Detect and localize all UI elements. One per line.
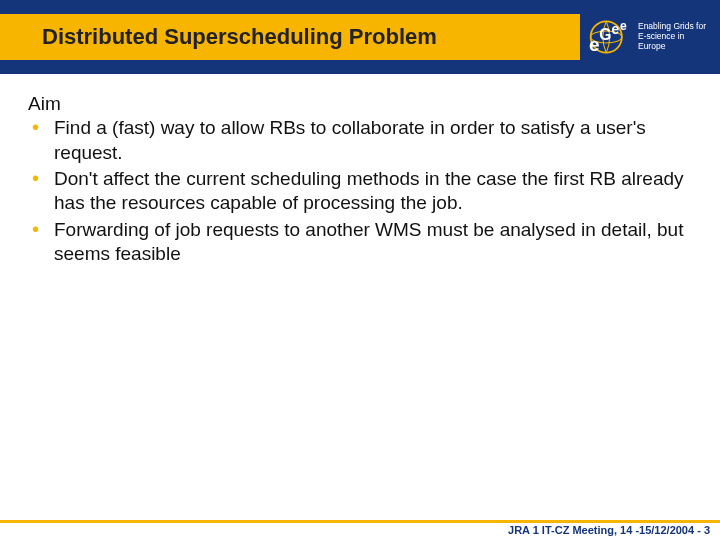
title-band: Distributed Superscheduling Problem [0, 14, 580, 60]
bullet-text: Don't affect the current scheduling meth… [54, 168, 684, 213]
svg-text:e: e [620, 19, 627, 33]
svg-text:e: e [589, 34, 600, 55]
logo-tagline: Enabling Grids for E-science in Europe [638, 22, 714, 51]
aim-heading: Aim [28, 92, 692, 116]
list-item: Don't affect the current scheduling meth… [28, 167, 692, 216]
logo-tag-line2: E-science in Europe [638, 32, 714, 52]
svg-text:G: G [599, 26, 611, 43]
slide-content: Aim Find a (fast) way to allow RBs to co… [0, 74, 720, 266]
bullet-list: Find a (fast) way to allow RBs to collab… [28, 116, 692, 266]
footer: JRA 1 IT-CZ Meeting, 14 -15/12/2004 - 3 [0, 520, 720, 540]
svg-text:e: e [611, 21, 619, 37]
list-item: Forwarding of job requests to another WM… [28, 218, 692, 267]
footer-text: JRA 1 IT-CZ Meeting, 14 -15/12/2004 - 3 [0, 523, 720, 536]
bullet-text: Find a (fast) way to allow RBs to collab… [54, 117, 646, 162]
egee-logo-icon: e G e e [582, 11, 634, 63]
list-item: Find a (fast) way to allow RBs to collab… [28, 116, 692, 165]
header-bar: Distributed Superscheduling Problem e G … [0, 0, 720, 74]
logo-area: e G e e Enabling Grids for E-science in … [580, 0, 720, 74]
slide-title: Distributed Superscheduling Problem [42, 24, 437, 50]
bullet-text: Forwarding of job requests to another WM… [54, 219, 683, 264]
